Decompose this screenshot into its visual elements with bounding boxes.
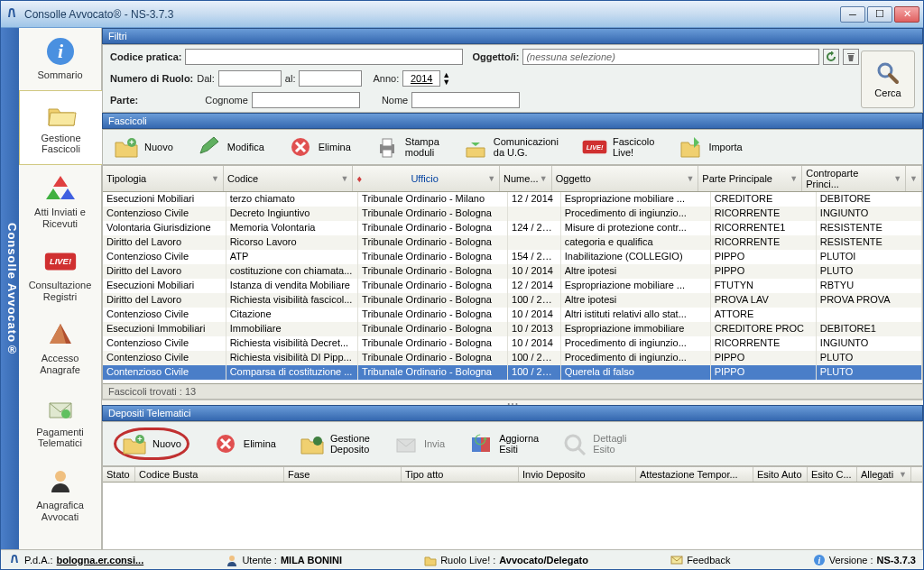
cell: Esecuzioni Mobiliari [103, 192, 226, 207]
dep-nuovo-label: Nuovo [152, 438, 181, 449]
importa-button[interactable]: Importa [674, 133, 745, 161]
cell: CREDITORE [711, 192, 817, 207]
nav-sommario[interactable]: i Sommario [19, 28, 101, 90]
download-icon [463, 135, 488, 159]
nome-input[interactable] [411, 92, 520, 108]
dep-aggiorna-button[interactable]: Aggiorna Esiti [465, 430, 542, 457]
column-header[interactable]: Attestazione Tempor... [636, 467, 753, 482]
table-row[interactable]: Esecuzioni MobiliariIstanza di vendita M… [103, 279, 922, 293]
column-header[interactable]: Tipologia▼ [103, 166, 224, 191]
column-header[interactable]: Tipo atto [402, 467, 519, 482]
nav-pagamenti-telematici[interactable]: Pagamenti Telematici [19, 385, 101, 458]
modifica-label: Modifica [227, 142, 264, 152]
al-input[interactable] [299, 70, 362, 87]
depositi-toolbar: + Nuovo Elimina Gestione Deposito Invia [102, 421, 923, 466]
depositi-grid-body[interactable] [103, 483, 922, 553]
cell: Tribunale Ordinario - Bologna [358, 365, 508, 380]
anno-down-button[interactable]: ▼ [442, 78, 450, 86]
minimize-button[interactable]: ─ [840, 6, 865, 23]
nav-gestione-fascicoli[interactable]: Gestione Fascicoli [19, 90, 102, 165]
feedback-link[interactable]: Feedback [670, 554, 730, 566]
table-row[interactable]: Diritto del Lavorocostituzione con chiam… [103, 264, 922, 279]
column-header[interactable]: Allegati▼ [857, 467, 911, 482]
maximize-button[interactable]: ☐ [867, 6, 892, 23]
nav-anagrafica-avvocati[interactable]: Anagrafica Avvocati [19, 458, 101, 531]
cell: Diritto del Lavoro [103, 235, 226, 250]
table-row[interactable]: Contenzioso CivileCitazioneTribunale Ord… [103, 308, 922, 322]
info-icon: i [44, 35, 77, 68]
cell: ATTORE [711, 308, 817, 322]
column-header[interactable]: Parte Principale▼ [698, 166, 802, 191]
trash-icon [845, 51, 856, 62]
table-row[interactable]: Volontaria GiurisdizioneMemoria Volontar… [103, 221, 922, 235]
cell: Contenzioso Civile [103, 250, 226, 264]
clear-oggetto-button[interactable] [843, 49, 859, 65]
svg-point-19 [313, 437, 322, 446]
left-navigation: i Sommario Gestione Fascicoli Atti Invia… [19, 28, 102, 549]
window-title: Consolle Avvocato® - NS-3.7.3 [24, 8, 840, 21]
modifica-button[interactable]: Modifica [193, 133, 268, 161]
column-header[interactable]: Invio Deposito [519, 467, 636, 482]
elimina-button[interactable]: Elimina [284, 133, 355, 161]
svg-text:LIVE!: LIVE! [587, 143, 604, 152]
stampa-button[interactable]: Stampa moduli [371, 133, 443, 161]
cerca-button[interactable]: Cerca [861, 51, 915, 108]
fascicolo-live-button[interactable]: LIVE! Fascicolo Live! [578, 133, 658, 161]
dep-nuovo-button[interactable]: + Nuovo [110, 426, 193, 462]
elimina-label: Elimina [319, 142, 351, 152]
table-row[interactable]: Contenzioso CivileRichiesta visibilità D… [103, 351, 922, 365]
depositi-grid-header[interactable]: StatoCodice BustaFaseTipo attoInvio Depo… [103, 467, 922, 483]
cognome-input[interactable] [252, 92, 360, 108]
svg-text:+: + [129, 138, 134, 147]
cell: PLUTOI [817, 250, 922, 264]
anno-input[interactable] [402, 70, 440, 87]
cell: Citazione [226, 308, 358, 322]
dal-input[interactable] [218, 70, 282, 87]
details-icon [562, 432, 587, 455]
cell: 100 / 2014 [508, 365, 561, 380]
nav-consultazione-registri[interactable]: LIVE! Consultazione Registri [19, 238, 101, 311]
column-header[interactable]: ♦ Ufficio▼ [353, 166, 500, 191]
column-header[interactable]: Codice▼ [224, 166, 354, 191]
column-header[interactable]: Controparte Princi...▼ [802, 166, 906, 191]
column-header[interactable]: Nume...▼ [500, 166, 552, 191]
dep-elimina-button[interactable]: Elimina [209, 430, 280, 457]
nav-atti-inviati[interactable]: Atti Inviati e Ricevuti [19, 165, 101, 238]
oggetto-select[interactable]: (nessuna selezione) [522, 49, 819, 65]
depositi-grid: StatoCodice BustaFaseTipo attoInvio Depo… [102, 466, 923, 554]
dep-gestione-button[interactable]: Gestione Deposito [296, 430, 374, 457]
cell: 100 / 2014 [508, 351, 561, 365]
cell: PLUTO [817, 264, 922, 279]
column-header[interactable]: Fase [284, 467, 402, 482]
refresh-oggetto-button[interactable] [823, 49, 839, 65]
refresh-icon [826, 51, 836, 62]
cell: RESISTENTE [817, 235, 922, 250]
table-row[interactable]: Diritto del LavoroRichiesta visibilità f… [103, 293, 922, 308]
table-row[interactable]: Contenzioso CivileDecreto IngiuntivoTrib… [103, 207, 922, 221]
close-button[interactable]: ✕ [894, 6, 919, 23]
table-row[interactable]: Diritto del LavoroRicorso LavoroTribunal… [103, 235, 922, 250]
svg-line-24 [578, 448, 585, 455]
column-header[interactable]: Esito C... [808, 467, 857, 482]
nav-accesso-anagrafe[interactable]: Accesso Anagrafe [19, 311, 101, 384]
column-header[interactable]: Codice Busta [135, 467, 284, 482]
table-row[interactable]: Esecuzioni ImmobiliariImmobiliareTribuna… [103, 322, 922, 336]
column-header[interactable]: Oggetto▼ [552, 166, 699, 191]
cell: Contenzioso Civile [103, 351, 226, 365]
nuovo-button[interactable]: + Nuovo [110, 133, 177, 161]
table-row[interactable]: Contenzioso CivileComparsa di costituzio… [103, 365, 922, 380]
fascicoli-header: Fascicoli [102, 113, 923, 129]
column-header[interactable]: Stato [103, 467, 135, 482]
cell: Tribunale Ordinario - Bologna [358, 351, 508, 365]
pda-value[interactable]: bologna.er.consi... [57, 555, 144, 565]
fascicoli-grid-header[interactable]: Tipologia▼Codice▼♦ Ufficio▼Nume...▼Ogget… [103, 166, 922, 192]
table-row[interactable]: Contenzioso CivileATPTribunale Ordinario… [103, 250, 922, 264]
column-header[interactable]: Esito Auto [753, 467, 808, 482]
fascicoli-grid-body[interactable]: Esecuzioni Mobiliariterzo chiamatoTribun… [103, 192, 922, 383]
codice-pratica-input[interactable] [185, 49, 463, 65]
comunicazioni-button[interactable]: Comunicazioni da U.G. [459, 133, 562, 161]
cell [817, 308, 922, 322]
table-row[interactable]: Esecuzioni Mobiliariterzo chiamatoTribun… [103, 192, 922, 207]
table-row[interactable]: Contenzioso CivileRichiesta visibilità D… [103, 336, 922, 351]
cell: terzo chiamato [226, 192, 358, 207]
